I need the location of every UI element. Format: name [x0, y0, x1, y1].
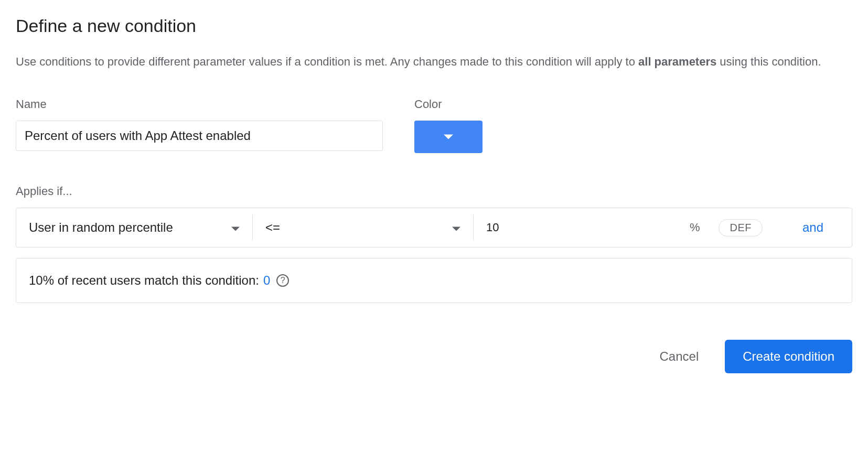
form-row: Name Color	[16, 98, 852, 153]
dialog-title: Define a new condition	[16, 16, 852, 36]
description-bold: all parameters	[638, 55, 716, 68]
caret-down-icon	[231, 221, 240, 234]
condition-operator-text: <=	[265, 220, 280, 235]
description-prefix: Use conditions to provide different para…	[16, 55, 638, 68]
color-picker-button[interactable]	[414, 121, 483, 153]
condition-operator-dropdown[interactable]: <=	[253, 208, 473, 247]
match-summary: 10% of recent users match this condition…	[16, 258, 852, 303]
seed-chip[interactable]: DEF	[719, 219, 763, 236]
condition-value-input[interactable]	[486, 221, 581, 234]
applies-if-label: Applies if...	[16, 185, 852, 198]
match-text: 10% of recent users match this condition…	[29, 273, 259, 288]
help-icon[interactable]: ?	[276, 274, 289, 287]
cancel-button[interactable]: Cancel	[649, 344, 710, 369]
name-group: Name	[16, 98, 383, 153]
condition-name-input[interactable]	[16, 121, 383, 151]
match-count: 0	[263, 273, 270, 288]
unit-label: %	[690, 221, 700, 234]
and-button[interactable]: and	[771, 220, 839, 235]
dialog-description: Use conditions to provide different para…	[16, 52, 852, 71]
name-label: Name	[16, 98, 383, 111]
create-condition-button[interactable]: Create condition	[725, 340, 852, 373]
dialog-actions: Cancel Create condition	[16, 340, 852, 373]
condition-type-text: User in random percentile	[29, 220, 173, 235]
caret-down-icon	[452, 221, 460, 234]
condition-row: User in random percentile <= % DEF and	[16, 208, 852, 247]
description-suffix: using this condition.	[716, 55, 821, 68]
color-group: Color	[414, 98, 483, 153]
condition-value-segment: % DEF and	[474, 208, 852, 247]
color-label: Color	[414, 98, 483, 111]
condition-type-dropdown[interactable]: User in random percentile	[16, 208, 252, 247]
caret-down-icon	[444, 133, 453, 141]
